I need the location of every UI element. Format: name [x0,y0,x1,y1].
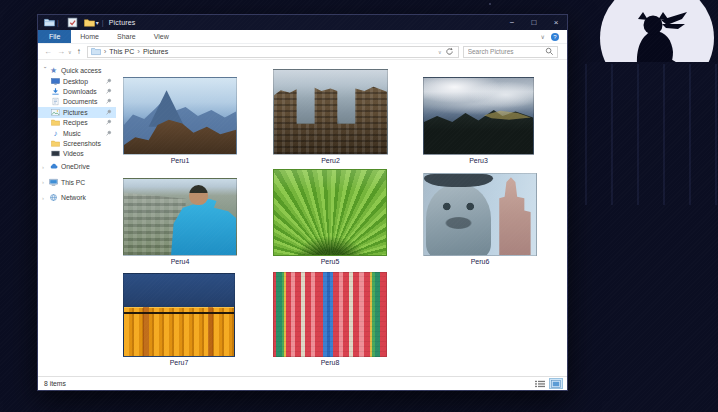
desktop-icon [51,77,60,86]
sidebar-item-this-pc[interactable]: ›This PC [38,175,116,191]
thumbnail-art-layer [426,184,491,256]
qat-dropdown-icon[interactable]: ▾ [96,19,99,26]
file-tile: Peru8 [273,272,387,367]
sidebar-item-label: Pictures [63,109,88,116]
sidebar-item-label: Network [61,194,86,201]
videos-icon [51,149,60,158]
file-name: Peru1 [123,157,237,165]
sidebar-item-videos[interactable]: Videos [38,149,116,159]
file-list: Peru1Peru2Peru3Peru4Peru5Peru6Peru7Peru8 [116,60,567,376]
file-item-peru4[interactable]: Peru4 [123,165,273,266]
separator: | [57,19,59,26]
documents-icon [51,97,60,106]
file-thumbnail [123,273,235,357]
address-dropdown-icon[interactable]: ∨ [438,49,442,55]
tab-share[interactable]: Share [108,30,145,43]
sidebar-item-label: Music [63,130,81,137]
breadcrumb-separator: › [104,47,107,57]
breadcrumb: ›This PC›Pictures [101,47,169,57]
sidebar-item-downloads[interactable]: Downloads [38,86,116,96]
breadcrumb-segment-this-pc[interactable]: This PC [109,48,134,55]
close-button[interactable]: × [545,15,567,30]
tab-file[interactable]: File [38,30,71,43]
separator: | [102,19,104,26]
pin-icon [105,119,112,126]
search-box[interactable] [463,46,558,58]
folder-icon [51,139,60,148]
downloads-icon [51,87,60,96]
new-folder-icon[interactable] [84,18,95,28]
sidebar-item-documents[interactable]: Documents [38,97,116,107]
file-name: Peru5 [273,258,387,266]
thumbnail-art-layer [274,70,387,154]
star-dot [489,3,491,5]
window-title: Pictures [109,19,136,26]
thumbnail-view-icon[interactable] [549,378,563,389]
address-bar[interactable]: ›This PC›Pictures ∨ [87,46,459,58]
tab-view[interactable]: View [145,30,178,43]
file-item-peru7[interactable]: Peru7 [123,266,273,367]
file-name: Peru2 [273,157,388,165]
file-thumbnail [423,173,537,256]
ribbon-tab-strip: FileHomeShareView ∨ ? [38,30,567,44]
chevron-expanded-icon[interactable]: › [43,67,49,74]
search-icon[interactable] [545,47,554,56]
chevron-collapsed-icon[interactable]: › [42,179,49,185]
thumbnail-art-layer [124,312,234,314]
file-name: Peru6 [423,258,537,266]
explorer-icon [44,18,55,28]
file-item-peru3[interactable]: Peru3 [423,64,567,165]
sidebar-item-onedrive[interactable]: ›OneDrive [38,159,116,175]
file-item-peru5[interactable]: Peru5 [273,165,423,266]
sidebar-item-pictures[interactable]: Pictures [38,107,116,117]
forward-button[interactable]: → [57,47,65,56]
chevron-collapsed-icon[interactable]: › [42,164,49,170]
details-view-icon[interactable] [533,378,547,389]
sidebar-item-recipes[interactable]: Recipes [38,118,116,128]
up-button[interactable]: ↑ [77,47,81,56]
file-item-peru8[interactable]: Peru8 [273,266,423,367]
expand-ribbon-icon[interactable]: ∨ [541,33,545,40]
recent-locations-icon[interactable]: ∨ [68,49,72,55]
pin-icon [105,109,112,116]
sidebar-item-screenshots[interactable]: Screenshots [38,138,116,148]
sidebar-item-music[interactable]: ♪Music [38,128,116,138]
file-name: Peru4 [123,258,237,266]
sidebar-item-quick-access[interactable]: ›★Quick access [38,64,116,76]
search-input[interactable] [464,48,545,55]
thumbnail-art-layer [424,174,493,187]
refresh-icon[interactable] [445,47,455,56]
sidebar-item-label: Recipes [63,119,88,126]
breadcrumb-separator: › [137,47,140,57]
this-pc-icon [49,178,58,187]
sidebar-item-label: Quick access [61,67,101,74]
file-tile: Peru7 [123,273,235,367]
file-item-peru1[interactable]: Peru1 [123,64,273,165]
minimize-button[interactable]: − [501,15,523,30]
music-icon: ♪ [51,129,60,138]
file-tile: Peru5 [273,169,387,266]
file-item-peru2[interactable]: Peru2 [273,64,423,165]
pin-icon [105,130,112,137]
sidebar-item-label: Videos [63,150,84,157]
file-thumbnail [423,77,534,155]
titlebar[interactable]: | ▾ | Pictures − □ × [38,15,567,30]
pin-icon [105,98,112,105]
properties-icon[interactable] [67,18,78,28]
navigation-pane: ›★Quick accessDesktopDownloadsDocumentsP… [38,60,116,376]
breadcrumb-segment-pictures[interactable]: Pictures [143,48,168,55]
file-tile: Peru6 [423,173,537,266]
pin-icon [105,88,112,95]
tab-home[interactable]: Home [71,30,108,43]
chevron-collapsed-icon[interactable]: › [42,195,49,201]
maximize-button[interactable]: □ [523,15,545,30]
back-button[interactable]: ← [44,47,52,56]
help-icon[interactable]: ? [551,33,559,41]
file-thumbnail [273,69,388,155]
sidebar-item-network[interactable]: ›Network [38,190,116,206]
file-item-peru6[interactable]: Peru6 [423,165,567,266]
file-name: Peru3 [423,157,534,165]
sidebar-item-desktop[interactable]: Desktop [38,76,116,86]
location-folder-icon [91,47,101,56]
address-bar-row: ← → ∨ ↑ ›This PC›Pictures ∨ [38,44,567,60]
